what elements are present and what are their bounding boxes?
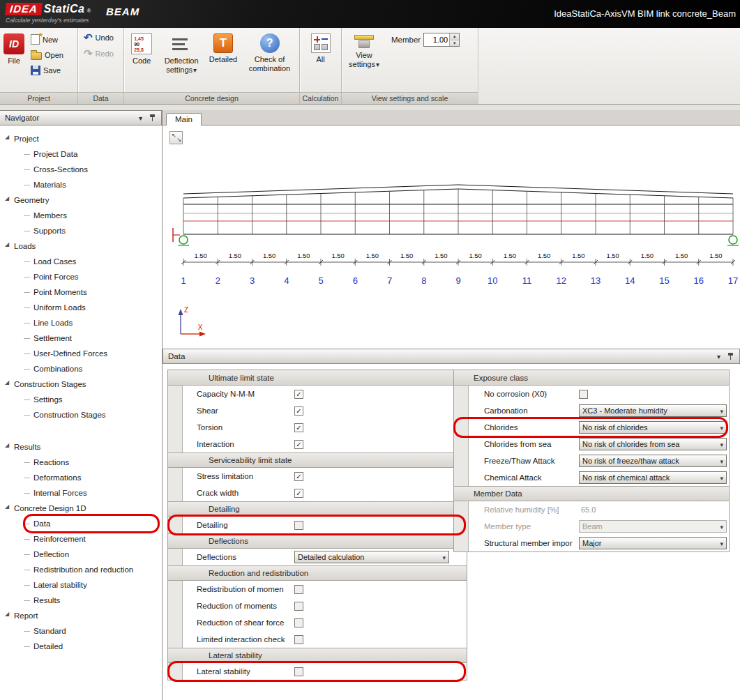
- navigator-item-project-data[interactable]: Project Data: [0, 146, 162, 162]
- node-number[interactable]: 7: [387, 275, 392, 286]
- navigator-item-uniform-loads[interactable]: Uniform Loads: [0, 300, 162, 315]
- node-number[interactable]: 14: [625, 275, 635, 286]
- dropdown-chemical-attack[interactable]: No risk of chemical attack: [579, 471, 727, 484]
- navigator-item-concrete-design-1d[interactable]: Concrete Design 1D: [0, 501, 162, 516]
- checkbox-shear[interactable]: [294, 406, 303, 416]
- navigator-item-construction-stages[interactable]: Construction Stages: [0, 407, 162, 423]
- tab-main[interactable]: Main: [166, 113, 202, 125]
- node-number[interactable]: 1: [181, 275, 186, 286]
- file-button[interactable]: ID File: [2, 30, 26, 69]
- checkbox-lateral-stability[interactable]: [294, 667, 303, 676]
- new-button[interactable]: New: [27, 32, 67, 47]
- checkbox-no-corrosion-x0[interactable]: [579, 390, 588, 399]
- navigator-item-line-loads[interactable]: Line Loads: [0, 315, 162, 330]
- checkbox-interaction[interactable]: [294, 440, 303, 449]
- code-button[interactable]: 1,45 90 25,8 Code: [126, 30, 157, 69]
- node-number[interactable]: 9: [455, 275, 460, 286]
- navigator-item-reactions[interactable]: Reactions: [0, 455, 162, 470]
- navigator-item-user-defined-forces[interactable]: User-Defined Forces: [0, 346, 162, 361]
- node-number[interactable]: 10: [488, 275, 497, 286]
- navigator-item-reinforcement[interactable]: Reinforcement: [0, 531, 162, 547]
- navigator-item-materials[interactable]: Materials: [0, 177, 162, 192]
- dropdown-carbonation[interactable]: XC3 - Moderate humidity: [579, 404, 727, 417]
- support-right[interactable]: [727, 236, 739, 245]
- node-number[interactable]: 8: [421, 275, 426, 286]
- navigator-item-load-cases[interactable]: Load Cases: [0, 254, 162, 269]
- navigator-item-lateral-stability[interactable]: Lateral stability: [0, 577, 162, 593]
- save-button[interactable]: Save: [27, 63, 67, 77]
- navigator-item-construction-stages[interactable]: Construction Stages: [0, 376, 162, 392]
- navigator-item-supports[interactable]: Supports: [0, 223, 162, 238]
- checkbox-limited-interaction-check[interactable]: [294, 635, 303, 644]
- chevron-down-icon[interactable]: [716, 352, 720, 360]
- navigator-item-project[interactable]: Project: [0, 131, 162, 146]
- navigator-item-settings[interactable]: Settings: [0, 392, 162, 407]
- node-number[interactable]: 6: [353, 275, 358, 286]
- checkbox-capacity-n-m-m[interactable]: [294, 390, 303, 399]
- dropdown-freeze-thaw-attack[interactable]: No risk of freeze/thaw attack: [579, 455, 727, 467]
- expand-icon[interactable]: [5, 442, 9, 448]
- checkbox-torsion[interactable]: [294, 423, 303, 432]
- open-button[interactable]: Open: [27, 48, 67, 62]
- deflection-settings-button[interactable]: Deflection settings: [158, 30, 204, 77]
- navigator-item-results[interactable]: Results: [0, 593, 162, 608]
- navigator-item-internal-forces[interactable]: Internal Forces: [0, 485, 162, 501]
- member-scale-input[interactable]: [424, 33, 449, 46]
- undo-button[interactable]: ↶ Undo: [80, 30, 121, 45]
- checkbox-crack-width[interactable]: [294, 489, 303, 498]
- navigator-item-point-moments[interactable]: Point Moments: [0, 284, 162, 300]
- navigator-item-redistribution-and-reduction[interactable]: Redistribution and reduction: [0, 562, 162, 577]
- node-number[interactable]: 12: [557, 275, 566, 286]
- expand-icon[interactable]: [5, 134, 9, 140]
- node-number[interactable]: 13: [591, 275, 601, 286]
- navigator-item-standard[interactable]: Standard: [0, 623, 162, 639]
- navigator-item-deflection[interactable]: Deflection: [0, 547, 162, 562]
- pin-icon[interactable]: [149, 114, 156, 122]
- fit-view-button[interactable]: [169, 131, 183, 144]
- node-number[interactable]: 16: [694, 275, 704, 286]
- expand-icon[interactable]: [5, 503, 9, 510]
- navigator-item-loads[interactable]: Loads: [0, 238, 162, 254]
- expand-icon[interactable]: [5, 611, 9, 617]
- checkbox-redistribution-of-momen[interactable]: [294, 585, 303, 594]
- node-number[interactable]: 4: [284, 275, 289, 286]
- dropdown-chlorides-from-sea[interactable]: No risk of chlorides from sea: [579, 438, 727, 450]
- dropdown-structural-member-impor[interactable]: Major: [579, 537, 727, 549]
- check-of-combination-button[interactable]: ? Check of combination: [242, 30, 297, 76]
- calculate-all-button[interactable]: All: [304, 30, 338, 68]
- navigator-item-settlement[interactable]: Settlement: [0, 330, 162, 346]
- dropdown-member-type[interactable]: Beam: [579, 520, 727, 533]
- navigator-item-members[interactable]: Members: [0, 208, 162, 223]
- spinner-up-icon[interactable]: [450, 33, 459, 40]
- node-number[interactable]: 3: [250, 275, 255, 286]
- checkbox-reduction-of-moments[interactable]: [294, 602, 303, 611]
- navigator-item-deformations[interactable]: Deformations: [0, 470, 162, 485]
- detailed-button[interactable]: T Detailed: [206, 30, 241, 68]
- spinner-down-icon[interactable]: [450, 40, 459, 47]
- pin-icon[interactable]: [727, 352, 734, 360]
- node-number[interactable]: 11: [522, 275, 532, 286]
- node-number[interactable]: 2: [216, 275, 220, 286]
- navigator-item-cross-sections[interactable]: Cross-Sections: [0, 162, 162, 177]
- checkbox-detailing[interactable]: [294, 521, 303, 530]
- navigator-item-report[interactable]: Report: [0, 608, 162, 623]
- view-settings-button[interactable]: View settings: [344, 30, 384, 72]
- dropdown-chlorides[interactable]: No risk of chlorides: [579, 421, 727, 434]
- node-number[interactable]: 15: [659, 275, 669, 286]
- chevron-down-icon[interactable]: [138, 114, 142, 122]
- viewport[interactable]: 1.501.501.501.501.501.501.501.501.501.50…: [163, 125, 740, 349]
- redo-button[interactable]: ↷ Redo: [80, 46, 121, 61]
- navigator-item-geometry[interactable]: Geometry: [0, 192, 162, 208]
- node-number[interactable]: 5: [318, 275, 323, 286]
- expand-icon[interactable]: [5, 195, 9, 201]
- checkbox-stress-limitation[interactable]: [294, 472, 303, 481]
- support-left[interactable]: [173, 228, 189, 245]
- navigator-item-point-forces[interactable]: Point Forces: [0, 269, 162, 284]
- navigator-item-combinations[interactable]: Combinations: [0, 361, 162, 376]
- navigator-item-results[interactable]: Results: [0, 439, 162, 455]
- node-number[interactable]: 17: [728, 275, 738, 286]
- navigator-item-data[interactable]: Data: [0, 516, 162, 531]
- expand-icon[interactable]: [5, 379, 9, 386]
- navigator-item-detailed[interactable]: Detailed: [0, 639, 162, 654]
- checkbox-reduction-of-shear-force[interactable]: [294, 618, 303, 627]
